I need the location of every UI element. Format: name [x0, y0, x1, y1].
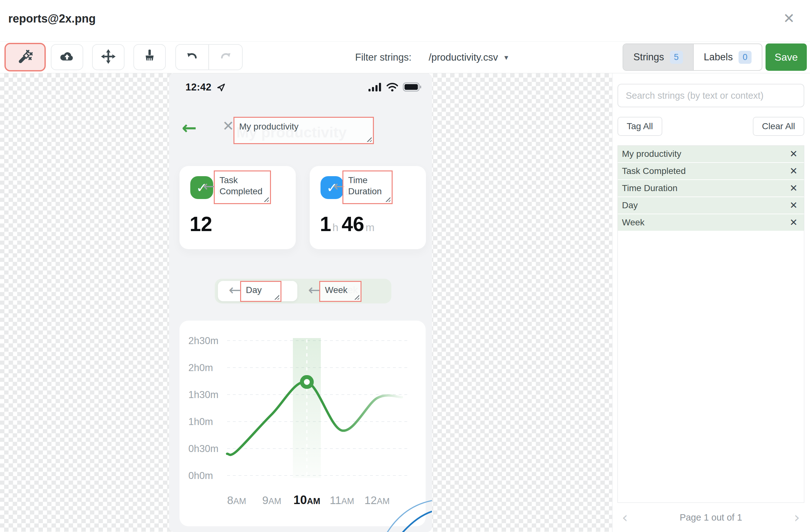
tag-box-task-completed[interactable]: Task Completed — [214, 170, 271, 204]
resize-handle[interactable] — [264, 197, 269, 202]
strings-sidebar: Tag All Clear All My productivity ✕ Task… — [612, 73, 810, 532]
redo-button[interactable] — [209, 45, 242, 69]
title-tag-remove-icon[interactable]: ✕ — [222, 119, 234, 133]
filter-file-value: /productivity.csv — [428, 52, 498, 63]
svg-text:11AM: 11AM — [330, 494, 354, 506]
back-arrow-icon: ← — [182, 119, 197, 137]
svg-text:9AM: 9AM — [262, 494, 281, 506]
string-text: Day — [622, 200, 638, 211]
page-next-icon[interactable]: › — [794, 510, 800, 525]
filter-file-dropdown[interactable]: /productivity.csv ▾ — [428, 52, 508, 63]
strings-list: My productivity ✕ Task Completed ✕ Time … — [617, 145, 804, 503]
remove-string-icon[interactable]: ✕ — [790, 183, 798, 193]
remove-string-icon[interactable]: ✕ — [790, 166, 798, 176]
tag-text: Day — [241, 282, 280, 296]
hours-unit: h — [333, 221, 339, 234]
svg-text:2h30m: 2h30m — [188, 335, 218, 346]
tag-arrow-icon: ← — [308, 283, 321, 297]
tag-text: Week — [320, 282, 360, 296]
svg-text:8AM: 8AM — [227, 494, 246, 506]
tab-strings[interactable]: Strings 5 — [623, 44, 694, 70]
resize-handle[interactable] — [367, 137, 372, 142]
editor-canvas[interactable]: 12:42 — [0, 73, 612, 532]
day-week-toggle: ← Day Day ← Week Week — [215, 279, 391, 303]
svg-text:1h0m: 1h0m — [188, 416, 213, 427]
undo-button[interactable] — [176, 45, 209, 69]
remove-string-icon[interactable]: ✕ — [790, 201, 798, 210]
tag-box-time-duration[interactable]: Time Duration — [342, 170, 393, 204]
svg-text:0h30m: 0h30m — [188, 443, 218, 454]
wifi-icon — [386, 82, 398, 93]
status-time: 12:42 — [185, 82, 212, 93]
strings-count-badge: 5 — [670, 51, 683, 64]
minutes-value: 46 — [342, 212, 364, 236]
task-completed-card: ✓ ← Completed Task Completed 12 — [179, 166, 296, 249]
remove-string-icon[interactable]: ✕ — [790, 149, 798, 159]
move-icon — [100, 49, 116, 66]
task-count-value: 12 — [190, 212, 212, 236]
filter-strings-group: Filter strings: /productivity.csv ▾ — [355, 41, 508, 73]
decorative-arcs — [384, 496, 432, 532]
tag-box-day[interactable]: Day — [240, 281, 281, 302]
string-text: Task Completed — [622, 166, 686, 176]
svg-text:1h30m: 1h30m — [188, 389, 218, 400]
tag-text: Time Duration — [343, 171, 392, 197]
string-item[interactable]: Time Duration ✕ — [618, 180, 804, 197]
brush-tool-button[interactable] — [133, 44, 166, 70]
svg-text:0h0m: 0h0m — [188, 470, 213, 481]
string-text: Week — [622, 217, 645, 228]
close-icon[interactable]: ✕ — [783, 12, 795, 26]
string-item[interactable]: Week ✕ — [618, 214, 804, 231]
upload-button[interactable] — [51, 44, 83, 70]
svg-text:2h0m: 2h0m — [188, 362, 213, 373]
phone-screenshot: 12:42 — [169, 73, 432, 532]
clear-all-button[interactable]: Clear All — [753, 117, 804, 136]
string-item[interactable]: My productivity ✕ — [618, 146, 804, 162]
move-tool-button[interactable] — [92, 44, 125, 70]
tag-arrow-icon: ← — [229, 283, 241, 297]
string-tagging-editor: reports@2x.png ✕ — [0, 0, 810, 532]
search-input[interactable] — [617, 84, 804, 107]
tag-arrow-icon: ← — [203, 179, 215, 193]
resize-handle[interactable] — [385, 197, 390, 202]
undo-icon — [185, 49, 199, 65]
save-button[interactable]: Save — [765, 44, 807, 71]
filter-strings-label: Filter strings: — [355, 52, 411, 63]
undo-redo-group — [175, 44, 243, 70]
status-bar-icons — [369, 82, 422, 93]
cloud-upload-icon — [59, 49, 75, 66]
tag-box-week[interactable]: Week — [319, 281, 361, 302]
sidebar-actions: Tag All Clear All — [617, 117, 804, 136]
redo-icon — [218, 49, 233, 65]
titlebar: reports@2x.png ✕ — [0, 0, 810, 41]
time-duration-value: 1h46m — [320, 212, 378, 236]
pagination: ‹ Page 1 out of 1 › — [617, 503, 804, 532]
string-text: Time Duration — [622, 183, 678, 193]
tag-text: Task Completed — [215, 171, 270, 197]
tag-box-my-productivity[interactable]: My productivity — [233, 117, 374, 144]
svg-text:10AM: 10AM — [293, 493, 320, 506]
tab-labels[interactable]: Labels 0 — [694, 44, 762, 70]
toolbar: Filter strings: /productivity.csv ▾ Stri… — [0, 41, 810, 73]
auto-tag-tool-button[interactable] — [4, 43, 46, 71]
hours-value: 1 — [320, 212, 331, 236]
string-item[interactable]: Day ✕ — [618, 197, 804, 214]
tab-labels-label: Labels — [704, 51, 733, 63]
tab-strings-label: Strings — [633, 51, 664, 63]
tag-text: My productivity — [234, 118, 373, 132]
tag-all-button[interactable]: Tag All — [617, 117, 662, 136]
labels-count-badge: 0 — [739, 51, 751, 64]
string-item[interactable]: Task Completed ✕ — [618, 163, 804, 179]
string-text: My productivity — [622, 149, 681, 159]
remove-string-icon[interactable]: ✕ — [790, 218, 798, 227]
time-duration-card: ✓ ← Duration Time Duration 1h46m — [310, 166, 426, 249]
magic-wand-icon — [17, 49, 33, 66]
page-title: reports@2x.png — [8, 12, 96, 26]
signal-icon — [369, 82, 382, 93]
brush-icon — [142, 49, 158, 66]
chevron-down-icon: ▾ — [504, 53, 508, 62]
page-prev-icon[interactable]: ‹ — [622, 510, 628, 525]
minutes-unit: m — [366, 221, 374, 234]
battery-icon — [403, 82, 422, 93]
location-arrow-icon — [217, 83, 226, 93]
